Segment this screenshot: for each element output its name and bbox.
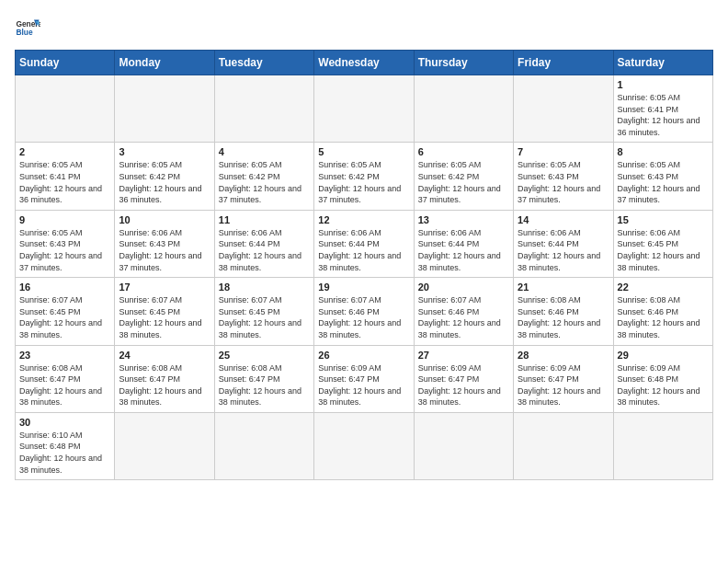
calendar-cell: 22Sunrise: 6:08 AM Sunset: 6:46 PM Dayli… [613,278,712,345]
dow-header-monday: Monday [115,51,214,75]
day-number: 24 [119,350,210,361]
calendar-cell [514,412,613,479]
day-number: 15 [618,214,709,225]
day-number: 26 [318,350,409,361]
calendar-cell: 24Sunrise: 6:08 AM Sunset: 6:47 PM Dayli… [115,345,214,412]
day-info: Sunrise: 6:07 AM Sunset: 6:45 PM Dayligh… [19,294,110,340]
calendar-cell: 26Sunrise: 6:09 AM Sunset: 6:47 PM Dayli… [314,345,414,412]
day-info: Sunrise: 6:05 AM Sunset: 6:41 PM Dayligh… [19,159,110,205]
day-number: 25 [219,350,310,361]
calendar-cell: 28Sunrise: 6:09 AM Sunset: 6:47 PM Dayli… [514,345,613,412]
calendar-cell [414,412,513,479]
calendar-cell: 15Sunrise: 6:06 AM Sunset: 6:45 PM Dayli… [613,210,712,277]
dow-header-tuesday: Tuesday [214,51,313,75]
day-number: 20 [418,282,509,293]
day-number: 9 [19,214,110,225]
calendar-cell [613,412,712,479]
dow-header-wednesday: Wednesday [314,51,414,75]
calendar-cell: 29Sunrise: 6:09 AM Sunset: 6:48 PM Dayli… [613,345,712,412]
calendar-cell: 9Sunrise: 6:05 AM Sunset: 6:43 PM Daylig… [16,210,115,277]
day-number: 22 [618,282,709,293]
calendar-cell [214,412,313,479]
day-info: Sunrise: 6:09 AM Sunset: 6:48 PM Dayligh… [618,362,709,408]
day-info: Sunrise: 6:06 AM Sunset: 6:44 PM Dayligh… [219,227,310,273]
day-number: 1 [618,79,709,90]
calendar-cell: 1Sunrise: 6:05 AM Sunset: 6:41 PM Daylig… [613,75,712,143]
calendar-cell: 14Sunrise: 6:06 AM Sunset: 6:44 PM Dayli… [514,210,613,277]
calendar-cell: 30Sunrise: 6:10 AM Sunset: 6:48 PM Dayli… [16,412,115,479]
calendar-cell: 11Sunrise: 6:06 AM Sunset: 6:44 PM Dayli… [214,210,313,277]
day-info: Sunrise: 6:05 AM Sunset: 6:43 PM Dayligh… [518,159,609,205]
calendar-cell [414,75,513,143]
day-info: Sunrise: 6:05 AM Sunset: 6:42 PM Dayligh… [418,159,509,205]
day-number: 19 [318,282,409,293]
dow-header-friday: Friday [514,51,613,75]
day-info: Sunrise: 6:05 AM Sunset: 6:42 PM Dayligh… [119,159,210,205]
generalblue-logo-icon: General Blue [15,15,40,40]
day-info: Sunrise: 6:07 AM Sunset: 6:45 PM Dayligh… [219,294,310,340]
calendar-cell: 16Sunrise: 6:07 AM Sunset: 6:45 PM Dayli… [16,278,115,345]
calendar-week-0: 1Sunrise: 6:05 AM Sunset: 6:41 PM Daylig… [16,75,713,143]
calendar-cell [514,75,613,143]
day-info: Sunrise: 6:08 AM Sunset: 6:47 PM Dayligh… [119,362,210,408]
day-info: Sunrise: 6:09 AM Sunset: 6:47 PM Dayligh… [418,362,509,408]
day-info: Sunrise: 6:05 AM Sunset: 6:42 PM Dayligh… [318,159,409,205]
day-number: 18 [219,282,310,293]
dow-header-saturday: Saturday [613,51,712,75]
calendar-cell: 27Sunrise: 6:09 AM Sunset: 6:47 PM Dayli… [414,345,513,412]
day-number: 4 [219,146,310,157]
day-info: Sunrise: 6:06 AM Sunset: 6:43 PM Dayligh… [119,227,210,273]
calendar-cell [314,412,414,479]
day-info: Sunrise: 6:08 AM Sunset: 6:47 PM Dayligh… [19,362,110,408]
day-info: Sunrise: 6:05 AM Sunset: 6:43 PM Dayligh… [19,227,110,273]
calendar-week-4: 23Sunrise: 6:08 AM Sunset: 6:47 PM Dayli… [16,345,713,412]
calendar-cell: 23Sunrise: 6:08 AM Sunset: 6:47 PM Dayli… [16,345,115,412]
day-number: 30 [19,417,110,428]
svg-text:Blue: Blue [16,28,32,37]
calendar-cell: 20Sunrise: 6:07 AM Sunset: 6:46 PM Dayli… [414,278,513,345]
day-number: 21 [518,282,609,293]
day-info: Sunrise: 6:05 AM Sunset: 6:42 PM Dayligh… [219,159,310,205]
day-number: 29 [618,350,709,361]
day-info: Sunrise: 6:07 AM Sunset: 6:45 PM Dayligh… [119,294,210,340]
calendar-cell: 3Sunrise: 6:05 AM Sunset: 6:42 PM Daylig… [115,143,214,210]
day-info: Sunrise: 6:07 AM Sunset: 6:46 PM Dayligh… [418,294,509,340]
day-number: 3 [119,146,210,157]
calendar-cell: 10Sunrise: 6:06 AM Sunset: 6:43 PM Dayli… [115,210,214,277]
day-number: 11 [219,214,310,225]
dow-header-thursday: Thursday [414,51,513,75]
day-number: 14 [518,214,609,225]
calendar-week-1: 2Sunrise: 6:05 AM Sunset: 6:41 PM Daylig… [16,143,713,210]
day-number: 10 [119,214,210,225]
calendar-week-5: 30Sunrise: 6:10 AM Sunset: 6:48 PM Dayli… [16,412,713,479]
calendar-cell: 13Sunrise: 6:06 AM Sunset: 6:44 PM Dayli… [414,210,513,277]
calendar-week-3: 16Sunrise: 6:07 AM Sunset: 6:45 PM Dayli… [16,278,713,345]
calendar-cell: 4Sunrise: 6:05 AM Sunset: 6:42 PM Daylig… [214,143,313,210]
day-number: 27 [418,350,509,361]
day-number: 28 [518,350,609,361]
day-number: 16 [19,282,110,293]
day-number: 6 [418,146,509,157]
day-number: 13 [418,214,509,225]
calendar-table: SundayMondayTuesdayWednesdayThursdayFrid… [15,50,713,480]
calendar-cell: 6Sunrise: 6:05 AM Sunset: 6:42 PM Daylig… [414,143,513,210]
day-number: 23 [19,350,110,361]
day-info: Sunrise: 6:06 AM Sunset: 6:45 PM Dayligh… [618,227,709,273]
calendar-cell: 25Sunrise: 6:08 AM Sunset: 6:47 PM Dayli… [214,345,313,412]
calendar-cell: 12Sunrise: 6:06 AM Sunset: 6:44 PM Dayli… [314,210,414,277]
calendar-cell: 7Sunrise: 6:05 AM Sunset: 6:43 PM Daylig… [514,143,613,210]
day-number: 12 [318,214,409,225]
calendar-week-2: 9Sunrise: 6:05 AM Sunset: 6:43 PM Daylig… [16,210,713,277]
dow-header-sunday: Sunday [16,51,115,75]
day-info: Sunrise: 6:06 AM Sunset: 6:44 PM Dayligh… [518,227,609,273]
calendar-cell [115,75,214,143]
calendar-cell [16,75,115,143]
calendar-cell [314,75,414,143]
day-number: 2 [19,146,110,157]
calendar-cell: 18Sunrise: 6:07 AM Sunset: 6:45 PM Dayli… [214,278,313,345]
day-info: Sunrise: 6:10 AM Sunset: 6:48 PM Dayligh… [19,430,110,476]
logo: General Blue [15,15,40,40]
calendar-cell [115,412,214,479]
day-number: 8 [618,146,709,157]
day-info: Sunrise: 6:05 AM Sunset: 6:41 PM Dayligh… [618,92,709,138]
